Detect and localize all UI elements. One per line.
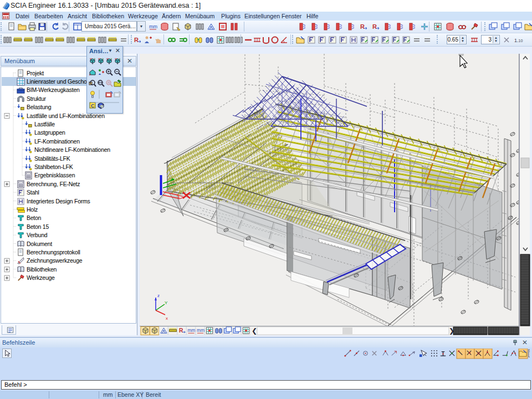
svg-text:R: R <box>108 81 110 85</box>
svg-text:❮: ❮ <box>252 327 257 335</box>
svg-text:mm: mm <box>187 328 195 333</box>
svg-text:z: z <box>157 293 160 298</box>
svg-text:Y: Y <box>165 300 168 305</box>
svg-text:x: x <box>166 316 168 321</box>
svg-text:C: C <box>91 103 95 109</box>
svg-text:R: R <box>179 328 183 334</box>
svg-text:mm: mm <box>197 328 204 333</box>
